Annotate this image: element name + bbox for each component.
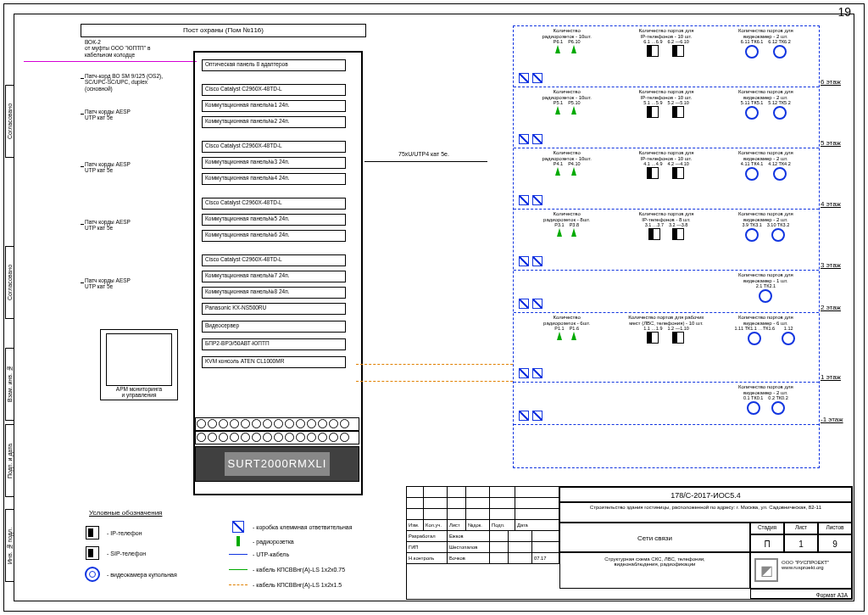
rack-unit: Cisco Catalyst C2960X-48TD-L xyxy=(202,198,346,210)
ant-icon xyxy=(555,106,560,115)
phone-icon xyxy=(647,45,659,57)
junction-box-icon xyxy=(519,134,529,144)
cam-icon xyxy=(771,228,785,242)
legend-entry: - видеокамера купольная xyxy=(83,567,177,582)
cam-icon xyxy=(747,401,760,415)
legend-entry: - SIP-телефон xyxy=(83,546,146,560)
sheet-title: Структурная схема СКС, ЛВС, телефонии, в… xyxy=(559,552,750,589)
rack-title-bar: Пост охраны (Пом №116) xyxy=(81,24,366,37)
junction-box-icon xyxy=(519,368,529,378)
phone-icon xyxy=(647,106,659,118)
page-number: 19 xyxy=(837,5,851,19)
drawing-page: 19 СогласованоСогласованоВзам. инв. №Под… xyxy=(0,0,868,615)
phone-icon xyxy=(672,228,684,240)
junction-box-icon xyxy=(532,299,542,309)
system-name: Сети связи xyxy=(559,523,750,552)
junction-box-icon xyxy=(532,411,542,421)
sheet-header: Лист xyxy=(784,523,818,534)
legend-swatch xyxy=(236,536,240,546)
phone-icon xyxy=(672,45,684,57)
sheets-header: Листов xyxy=(818,523,852,534)
legend-entry: - кабель КПСВВнг(А)-LS 1х2х0.75 xyxy=(229,567,345,573)
rack-unit: Коммутационная панель№5 24п. xyxy=(202,214,346,226)
junction-box-icon xyxy=(519,195,529,205)
phone-icon xyxy=(647,332,659,344)
rack-unit: Коммутационная панель№6 24п. xyxy=(202,230,346,242)
floor-row: Количество портов для видеокамер - 2 шт.… xyxy=(514,383,819,425)
junction-box-icon xyxy=(519,73,529,83)
rack-unit: Коммутационная панель№3 24п. xyxy=(202,157,346,169)
ant-icon xyxy=(555,45,560,53)
floor-tag: 5 этаж xyxy=(821,139,868,147)
trunk-line xyxy=(364,161,487,162)
title-block: Изм.Кол.уч.Лист№док.Подп.Дата Разработал… xyxy=(406,486,853,600)
cam-icon xyxy=(745,228,759,242)
arm-monitor: АРМ мониторинга и управления xyxy=(100,329,178,400)
lead-vok2: ВОК-2 от муфты ООО "ЮПТП" в кабельном ко… xyxy=(85,39,150,58)
doc-number: 178/С-2017-ИОС5.4 xyxy=(559,487,852,502)
rack-unit: БПР2-ВРЭ/50АВТ-ЮПТП xyxy=(202,338,346,350)
orange-run-2 xyxy=(356,381,513,382)
side-tab: Инв. № подл. xyxy=(5,509,14,582)
ant-icon xyxy=(571,167,576,176)
org-name: ООО "РУСПРОЕКТ" www.rusproekt.org xyxy=(782,560,848,570)
floor-row: Количество радиорозеток - 6шт.Р1.1Р1.6Ко… xyxy=(514,313,819,383)
cam-icon xyxy=(85,567,100,582)
rack-unit: Коммутационная панель№1 24п. xyxy=(202,100,346,112)
ant-icon xyxy=(557,332,562,340)
floor-tag: 1 этаж xyxy=(821,373,868,381)
junction-box-icon xyxy=(519,256,529,266)
floor-row: Количество радиорозеток - 10шт.Р4.1Р4.10… xyxy=(514,148,819,210)
legend-swatch xyxy=(229,569,248,570)
format-label: Формат А3А xyxy=(750,589,852,599)
rack-unit: Cisco Catalyst C2960X-48TD-L xyxy=(202,84,346,96)
legend-swatch xyxy=(229,584,248,585)
junction-box-icon xyxy=(519,299,529,309)
legend-entry: - UTP-кабель xyxy=(229,551,289,557)
ups-unit: SURT2000RMXLI xyxy=(195,446,359,482)
patch-cord-label: Патч корды AESP UTP кат 5е xyxy=(85,277,131,290)
stage-value: П xyxy=(750,534,784,552)
cam-icon xyxy=(773,167,787,181)
rack-unit: Коммутационная панель№4 24п. xyxy=(202,173,346,185)
side-tab: Подп. и дата xyxy=(5,424,14,497)
patch-cord-label: Патч-корд ВО SM 9/125 (OS2), SC/UPC-SC/U… xyxy=(85,73,163,92)
legend-entry: - IP-телефон xyxy=(83,526,142,540)
side-tab: Взам. инв. № xyxy=(5,348,14,421)
floor-tag: 3 этаж xyxy=(821,261,868,269)
rack-unit: Коммутационная панель№7 24п. xyxy=(202,271,346,282)
patch-cord-label: Патч корды AESP UTP кат 5е xyxy=(85,219,131,232)
legend-entry: - коробка клеммная ответвительная xyxy=(229,521,353,533)
cam-icon xyxy=(773,45,787,59)
legend-swatch xyxy=(229,554,248,555)
rack-title-text: Пост охраны (Пом №116) xyxy=(183,26,264,34)
floor-tag: 4 этаж xyxy=(821,200,868,208)
rack-unit: Panasonic KX-NS500RU xyxy=(202,303,346,315)
floor-tag: 2 этаж xyxy=(821,304,868,311)
side-tab: Согласовано xyxy=(5,246,14,319)
cam-icon xyxy=(759,289,772,303)
ant-icon xyxy=(557,228,562,237)
ant-icon xyxy=(571,106,576,115)
cam-icon xyxy=(745,167,759,181)
phone-icon xyxy=(672,167,684,179)
junction-box-icon xyxy=(532,195,542,205)
lead-line-magenta xyxy=(24,61,197,62)
junction-box-icon xyxy=(519,411,529,421)
sipphone-icon xyxy=(86,546,99,560)
floor-tag: -1 этаж xyxy=(821,416,868,423)
junction-box-icon xyxy=(532,134,542,144)
junction-box-icon xyxy=(532,73,542,83)
cam-icon xyxy=(748,332,761,345)
trunk-label: 75xU/UTP4 кат 5е. xyxy=(398,151,449,157)
phone-icon xyxy=(647,167,659,179)
phone-icon xyxy=(672,106,684,118)
org-cell: ◩ ООО "РУСПРОЕКТ" www.rusproekt.org xyxy=(750,552,852,589)
pdu-row-1 xyxy=(195,417,359,431)
phone-icon xyxy=(648,228,660,240)
pdu-row-2 xyxy=(195,431,359,444)
floors-diagram: Количество радиорозеток - 10шт.Р6.1Р6.10… xyxy=(513,25,820,468)
ant-icon xyxy=(571,228,576,237)
floor-row: Количество портов для видеокамер - 1 шт.… xyxy=(514,271,819,313)
rack-unit: Оптическая панель 8 адаптеров xyxy=(202,59,346,71)
